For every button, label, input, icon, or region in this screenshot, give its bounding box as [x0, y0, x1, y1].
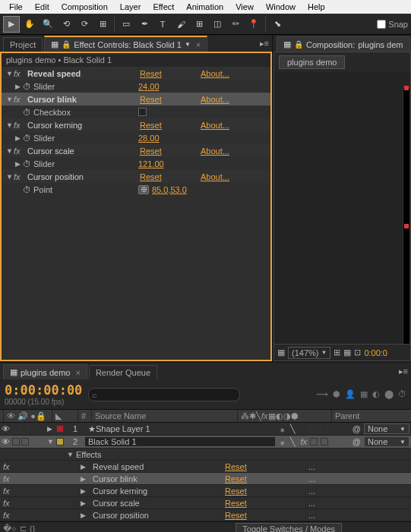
rect-tool[interactable]: ▭ — [118, 16, 134, 33]
fx-name[interactable]: ▶Cursor blink — [12, 474, 225, 483]
brush-tool[interactable]: 🖌 — [172, 16, 189, 33]
tab-effect-controls[interactable]: ▦ 🔒 Effect Controls: Black Solid 1 ▼ × — [44, 36, 207, 52]
chevron-down-icon[interactable]: ▼ — [67, 451, 76, 458]
options-link[interactable]: ... — [308, 511, 315, 520]
reset-link[interactable]: Reset — [225, 474, 308, 483]
stopwatch-icon[interactable]: ⏱ — [398, 389, 406, 399]
parent-dropdown[interactable]: None ▼ — [364, 436, 409, 447]
effect-header[interactable]: ▼ fx Reveal speed Reset About... — [2, 67, 270, 80]
layer-preview[interactable] — [403, 87, 410, 344]
col-num[interactable]: # — [77, 410, 91, 422]
effect-name[interactable]: Cursor kerning — [27, 121, 140, 130]
snap-checkbox[interactable] — [377, 20, 386, 29]
fx-badge[interactable]: fx — [14, 172, 24, 181]
fx-badge[interactable]: fx — [14, 146, 24, 156]
menu-effect[interactable]: Effect — [147, 1, 180, 13]
effect-name[interactable]: Cursor position — [27, 172, 140, 181]
effect-header[interactable]: ▼ fx Cursor position Reset About... — [2, 170, 270, 183]
options-link[interactable]: ... — [308, 474, 315, 483]
timecode[interactable]: 0:00:00:00 — [5, 382, 82, 398]
chevron-right-icon[interactable]: ▶ — [15, 83, 23, 90]
col-parent[interactable]: Parent — [331, 410, 362, 422]
layer-row[interactable]: 👁 ▶ 1 ★ Shape Layer 1 ⁎ ╲ @ None ▼ — [0, 423, 411, 436]
fx-badge[interactable]: fx — [0, 511, 12, 520]
solo-icon[interactable]: ● — [30, 411, 36, 420]
chevron-right-icon[interactable]: ▶ — [15, 160, 23, 168]
about-link[interactable]: About... — [201, 172, 229, 181]
tab-composition[interactable]: ▦ 🔒 Composition: plugins dem — [277, 36, 410, 52]
prop-value[interactable]: 85.0,53.0 — [152, 185, 187, 194]
reset-link[interactable]: Reset — [140, 69, 201, 78]
col-label[interactable]: ◣ — [52, 410, 77, 422]
layer-row[interactable]: 👁 ▼ 2 Black Solid 1 ⁎ ╲ fx @ None ▼ — [0, 436, 411, 449]
tab-render-queue[interactable]: Render Queue — [89, 365, 157, 379]
eye-icon[interactable]: 👁 — [2, 437, 12, 446]
fx-section-header[interactable]: ▼ Effects — [0, 449, 411, 461]
stopwatch-icon[interactable]: ⏱ — [23, 82, 33, 91]
local-axis-tool[interactable]: ⬊ — [269, 16, 286, 33]
panel-options-icon[interactable]: ▸≡ — [260, 39, 269, 49]
reset-link[interactable]: Reset — [225, 486, 308, 496]
color-label[interactable] — [56, 425, 64, 433]
timecode-block[interactable]: 0:00:00:00 00000 (15.00 fps) — [5, 382, 82, 406]
close-icon[interactable]: × — [75, 368, 80, 377]
layer-name[interactable]: Black Solid 1 — [85, 437, 275, 446]
frame-blend-icon[interactable]: ▦ — [360, 389, 368, 399]
fx-badge[interactable]: fx — [14, 69, 24, 78]
pickwhip-icon[interactable]: @ — [353, 424, 361, 433]
sw-fx[interactable]: fx — [299, 437, 308, 446]
chevron-down-icon[interactable]: ▼ — [6, 121, 14, 129]
search-input[interactable] — [88, 388, 240, 401]
fx-badge[interactable]: fx — [0, 474, 12, 483]
solo-box[interactable] — [12, 438, 20, 445]
eye-icon[interactable]: 👁 — [2, 424, 12, 433]
sw-adj-icon[interactable]: ◑ — [283, 411, 291, 421]
lock-icon[interactable]: 🔒 — [36, 411, 46, 421]
fx-name[interactable]: ▶Cursor scale — [12, 499, 225, 508]
fx-badge[interactable]: fx — [0, 486, 12, 496]
reset-link[interactable]: Reset — [225, 511, 308, 520]
chevron-down-icon[interactable]: ▼ — [6, 96, 14, 103]
sw-fx[interactable] — [299, 424, 308, 433]
reset-link[interactable]: Reset — [225, 462, 308, 471]
about-link[interactable]: About... — [201, 121, 229, 130]
mag-ratio-icon[interactable]: ▦ — [277, 348, 285, 357]
orbit-tool[interactable]: ⟲ — [58, 16, 74, 33]
eye-icon[interactable]: 👁 — [7, 411, 15, 420]
reset-link[interactable]: Reset — [140, 146, 201, 156]
lock-box[interactable] — [21, 425, 29, 433]
reset-link[interactable]: Reset — [225, 499, 308, 508]
sw-qual[interactable]: ╲ — [289, 437, 298, 446]
timeline-fx-row[interactable]: fx ▶Reveal speed Reset ... — [0, 461, 411, 473]
prop-name[interactable]: Point — [33, 185, 138, 194]
effect-name[interactable]: Cursor blink — [27, 95, 140, 104]
timeline-fx-row[interactable]: fx ▶Cursor scale Reset ... — [0, 497, 411, 509]
stopwatch-icon[interactable]: ⏱ — [23, 108, 33, 117]
timeline-fx-row[interactable]: fx ▶Cursor kerning Reset ... — [0, 485, 411, 497]
chevron-down-icon[interactable]: ▼ — [6, 147, 14, 155]
panel-menu-icon[interactable]: ▦ — [51, 39, 58, 49]
graph-icon[interactable]: ⟿ — [316, 389, 328, 399]
sw-fb-icon[interactable]: ▦ — [268, 411, 276, 421]
selection-tool[interactable]: ▶ — [3, 16, 20, 33]
comp-flowchart-tab[interactable]: plugins demo — [279, 55, 345, 69]
lock-icon[interactable]: 🔒 — [62, 40, 71, 49]
resolution-icon[interactable]: ⊞ — [334, 348, 340, 357]
color-label[interactable] — [56, 438, 64, 445]
menu-view[interactable]: View — [229, 1, 260, 13]
fx-name[interactable]: ▶Cursor kerning — [12, 486, 225, 496]
chevron-right-icon[interactable]: ▶ — [15, 134, 23, 142]
sw-box[interactable] — [321, 425, 328, 433]
panel-options-icon[interactable]: ▸≡ — [399, 367, 408, 376]
chevron-down-icon[interactable]: ▼ — [6, 70, 14, 77]
sw-mb-icon[interactable]: ◐ — [276, 411, 283, 421]
breadcrumb-layer[interactable]: Black Solid 1 — [63, 55, 112, 65]
menu-animation[interactable]: Animation — [180, 1, 229, 13]
parent-dropdown[interactable]: None ▼ — [364, 423, 409, 434]
chevron-right-icon[interactable]: ▶ — [81, 463, 90, 471]
tab-project[interactable]: Project — [3, 37, 43, 52]
close-icon[interactable]: × — [196, 40, 201, 49]
grid-icon[interactable]: ▦ — [343, 348, 351, 357]
options-link[interactable]: ... — [308, 486, 315, 496]
hand-tool[interactable]: ✋ — [21, 16, 38, 33]
